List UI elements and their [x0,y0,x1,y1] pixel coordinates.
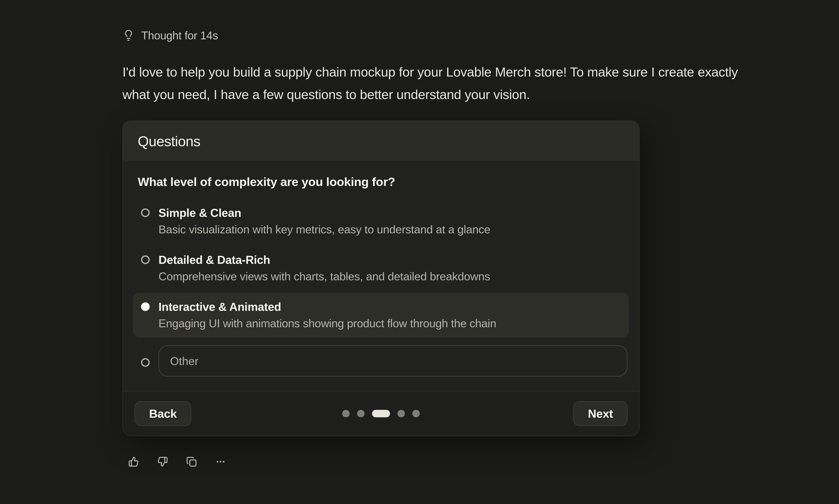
option-label: Interactive & Animated [158,299,621,314]
chat-screen: Thought for 14s I'd love to help you bui… [0,0,839,504]
more-options-icon[interactable] [215,456,226,467]
thought-toggle[interactable]: Thought for 14s [122,29,745,42]
options-list: Simple & Clean Basic visualization with … [133,199,629,338]
pagination-dot-active [372,410,390,417]
option-description: Basic visualization with key metrics, ea… [158,222,621,237]
option-label: Detailed & Data-Rich [158,252,621,268]
radio-unselected-icon[interactable] [141,255,150,264]
card-title: Questions [138,133,624,149]
option-detailed-data-rich[interactable]: Detailed & Data-Rich Comprehensive views… [133,246,629,290]
questions-card: Questions What level of complexity are y… [122,121,640,436]
back-button[interactable]: Back [135,401,191,426]
question-text: What level of complexity are you looking… [138,175,624,189]
option-other[interactable] [141,345,627,377]
card-header: Questions [123,121,639,161]
thought-label: Thought for 14s [141,29,218,42]
pagination-dot [398,410,405,417]
pagination-dot [342,410,350,417]
assistant-message: Thought for 14s I'd love to help you bui… [122,29,745,467]
option-interactive-animated[interactable]: Interactive & Animated Engaging UI with … [133,293,629,338]
radio-unselected-icon[interactable] [141,358,150,367]
next-button[interactable]: Next [573,401,627,426]
option-simple-clean[interactable]: Simple & Clean Basic visualization with … [133,199,629,244]
other-input[interactable] [158,345,627,377]
pagination-dot [412,410,420,417]
option-description: Comprehensive views with charts, tables,… [158,269,621,284]
card-footer: Back Next [123,391,639,436]
radio-selected-icon[interactable] [141,302,150,311]
lightbulb-icon [122,29,135,41]
pagination-dots [342,410,420,417]
copy-icon[interactable] [186,456,197,467]
option-description: Engaging UI with animations showing prod… [158,316,621,331]
message-paragraph: I'd love to help you build a supply chai… [122,61,749,106]
thumbs-down-icon[interactable] [157,456,168,467]
option-label: Simple & Clean [158,205,621,221]
radio-unselected-icon[interactable] [141,209,150,217]
pagination-dot [357,410,365,417]
card-body: What level of complexity are you looking… [123,161,639,391]
thumbs-up-icon[interactable] [128,456,139,467]
message-actions [128,456,745,467]
